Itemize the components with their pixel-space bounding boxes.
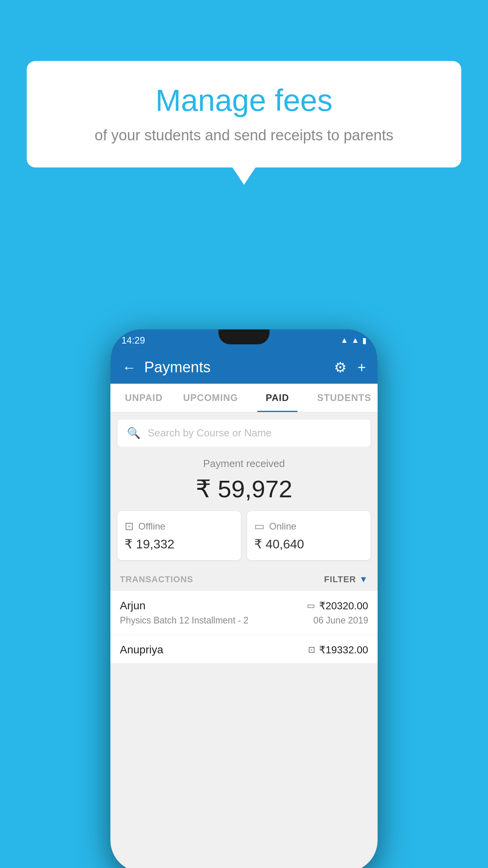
transaction-date: 06 June 2019 <box>314 615 368 626</box>
transaction-amount: ₹20320.00 <box>319 600 368 612</box>
payment-offline-icon: ⊡ <box>308 645 315 655</box>
tab-upcoming[interactable]: UPCOMING <box>177 384 244 412</box>
transaction-amount-2: ₹19332.00 <box>319 644 368 656</box>
phone-notch <box>218 329 270 344</box>
transactions-header: TRANSACTIONS FILTER ▼ <box>110 568 378 591</box>
transaction-name-2: Anupriya <box>120 644 163 656</box>
settings-icon[interactable]: ⚙ <box>334 359 347 376</box>
offline-amount: ₹ 19,332 <box>125 537 234 552</box>
payment-summary: Payment received ₹ 59,972 <box>110 447 378 511</box>
payment-cards: ⊡ Offline ₹ 19,332 ▭ Online ₹ 40,640 <box>110 511 378 568</box>
app-header: ← Payments ⚙ + <box>110 351 378 384</box>
wifi-icon: ▲ <box>340 336 348 345</box>
online-amount: ₹ 40,640 <box>254 537 363 552</box>
filter-label: FILTER <box>324 574 356 585</box>
speech-bubble: Manage fees of your students and send re… <box>27 61 461 167</box>
tab-students[interactable]: STUDENTS <box>311 384 378 412</box>
back-button[interactable]: ← <box>122 359 136 376</box>
search-icon: 🔍 <box>127 427 141 440</box>
header-right: ⚙ + <box>334 359 366 376</box>
transactions-label: TRANSACTIONS <box>120 574 193 585</box>
page-title: Payments <box>144 359 211 376</box>
filter-button[interactable]: FILTER ▼ <box>324 574 368 585</box>
online-payment-icon: ▭ <box>254 520 264 533</box>
phone-frame: 14:29 ▲ ▲ ▮ ← Payments ⚙ + UNPAID UPCO <box>110 329 378 868</box>
status-icons: ▲ ▲ ▮ <box>340 336 367 345</box>
payment-online-icon: ▭ <box>307 601 315 611</box>
bubble-title: Manage fees <box>50 83 438 118</box>
transaction-course: Physics Batch 12 Installment - 2 <box>120 615 248 626</box>
add-icon[interactable]: + <box>358 359 366 376</box>
online-payment-card: ▭ Online ₹ 40,640 <box>247 511 371 560</box>
header-left: ← Payments <box>122 359 211 376</box>
tab-paid[interactable]: PAID <box>244 384 311 412</box>
tabs-bar: UNPAID UPCOMING PAID STUDENTS <box>110 384 378 412</box>
offline-payment-card: ⊡ Offline ₹ 19,332 <box>117 511 241 560</box>
offline-label: Offline <box>138 521 165 532</box>
total-payment-amount: ₹ 59,972 <box>118 474 370 503</box>
battery-icon: ▮ <box>362 336 367 345</box>
search-input[interactable]: Search by Course or Name <box>148 427 272 439</box>
bubble-subtitle: of your students and send receipts to pa… <box>50 127 438 144</box>
signal-icon: ▲ <box>351 336 359 345</box>
online-label: Online <box>269 521 296 532</box>
transaction-row-partial[interactable]: Anupriya ⊡ ₹19332.00 <box>110 635 378 663</box>
filter-icon: ▼ <box>359 574 368 585</box>
status-time: 14:29 <box>121 335 145 346</box>
payment-received-label: Payment received <box>118 458 370 470</box>
offline-payment-icon: ⊡ <box>125 520 134 533</box>
app-screen: ← Payments ⚙ + UNPAID UPCOMING PAID STUD… <box>110 351 378 868</box>
transaction-row[interactable]: Arjun ▭ ₹20320.00 Physics Batch 12 Insta… <box>110 591 378 635</box>
search-bar[interactable]: 🔍 Search by Course or Name <box>117 419 371 447</box>
speech-bubble-container: Manage fees of your students and send re… <box>27 61 461 167</box>
tab-unpaid[interactable]: UNPAID <box>110 384 177 412</box>
transaction-name: Arjun <box>120 600 145 612</box>
